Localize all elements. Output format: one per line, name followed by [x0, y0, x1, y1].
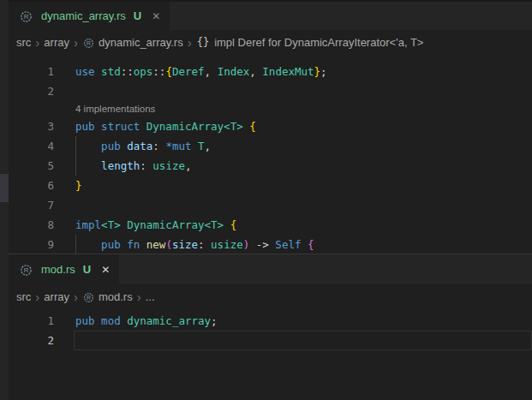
codelens-link[interactable]: 4 implementations	[9, 101, 532, 116]
editor-group-1: R dynamic_array.rs U ✕ src›array›Rdynami…	[9, 0, 532, 254]
code-line[interactable]: 1pub mod dynamic_array;	[9, 311, 532, 331]
chevron-right-icon: ›	[188, 36, 192, 49]
svg-text:R: R	[24, 13, 29, 21]
tab-bar-1: R dynamic_array.rs U ✕	[9, 0, 532, 30]
line-number[interactable]: 4	[9, 136, 54, 156]
code-line[interactable]: 1use std::ops::{Deref, Index, IndexMut};	[9, 62, 532, 81]
line-number[interactable]: 1	[9, 62, 54, 81]
breadcrumb-item[interactable]: dynamic_array.rs	[98, 36, 184, 49]
tab-mod-rs[interactable]: R mod.rs U ✕	[9, 254, 120, 284]
sidebar-scrollbar-thumb[interactable]	[0, 174, 9, 202]
breadcrumb-item[interactable]: mod.rs	[98, 290, 134, 303]
line-number[interactable]: 3	[9, 116, 54, 136]
chevron-right-icon: ›	[35, 290, 39, 303]
line-number[interactable]: 9	[9, 235, 54, 254]
symbol-namespace-icon: {}	[197, 36, 209, 48]
rust-file-icon: R	[83, 38, 94, 49]
svg-text:R: R	[24, 266, 29, 274]
git-status-badge: U	[134, 9, 141, 22]
rust-file-icon: R	[20, 10, 33, 23]
git-status-badge: U	[83, 263, 91, 276]
chevron-right-icon: ›	[74, 36, 78, 49]
code-text: }	[75, 176, 82, 195]
code-area[interactable]: 1pub mod dynamic_array;2	[9, 311, 532, 350]
code-line[interactable]: 5 length: usize,	[9, 156, 532, 176]
tab-label: dynamic_array.rs	[41, 9, 126, 22]
breadcrumb: src›array›Rmod.rs›...	[9, 284, 532, 308]
line-number[interactable]: 7	[9, 195, 54, 215]
line-number[interactable]: 1	[9, 311, 54, 331]
breadcrumb-item[interactable]: src	[15, 36, 32, 49]
chevron-right-icon: ›	[137, 290, 141, 303]
code-line[interactable]: 7	[9, 195, 532, 215]
line-number[interactable]: 6	[9, 176, 54, 195]
breadcrumb-item[interactable]: src	[15, 290, 32, 303]
code-text: use std::ops::{Deref, Index, IndexMut};	[75, 62, 327, 81]
code-line[interactable]: 2	[9, 331, 532, 350]
chevron-right-icon: ›	[74, 290, 78, 303]
code-line[interactable]: 4 pub data: *mut T,	[9, 136, 532, 156]
code-text: pub fn new(size: usize) -> Self {	[75, 235, 314, 254]
tab-label: mod.rs	[41, 263, 75, 276]
tab-bar-2: R mod.rs U ✕	[9, 254, 532, 284]
breadcrumb-item[interactable]: array	[43, 290, 70, 303]
code-line[interactable]: 2	[9, 81, 532, 101]
sidebar-edge	[0, 0, 9, 400]
breadcrumb-item[interactable]: ...	[145, 290, 156, 303]
breadcrumb-item[interactable]: array	[43, 36, 70, 49]
code-text: pub mod dynamic_array;	[75, 311, 218, 331]
rust-file-icon: R	[20, 264, 33, 277]
code-text: pub struct DynamicArray<T> {	[75, 116, 256, 136]
svg-text:R: R	[87, 39, 91, 45]
code-text: pub data: *mut T,	[75, 136, 211, 156]
editor-group-2: R mod.rs U ✕ src›array›Rmod.rs›... 1pub …	[9, 254, 532, 400]
breadcrumb: src›array›Rdynamic_array.rs›{}impl Deref…	[9, 30, 532, 54]
line-number[interactable]: 2	[9, 331, 54, 350]
code-line[interactable]: 3pub struct DynamicArray<T> {	[9, 116, 532, 136]
line-number[interactable]: 5	[9, 156, 54, 176]
close-icon[interactable]: ✕	[101, 264, 110, 276]
close-icon[interactable]: ✕	[152, 10, 160, 22]
rust-file-icon: R	[83, 292, 94, 303]
code-line[interactable]: 6}	[9, 176, 532, 195]
tab-dynamic-array-rs[interactable]: R dynamic_array.rs U ✕	[9, 2, 170, 30]
code-text: length: usize,	[75, 156, 192, 176]
code-text: impl<T> DynamicArray<T> {	[75, 215, 236, 235]
line-number[interactable]: 8	[9, 215, 54, 235]
breadcrumb-item[interactable]: impl Deref for DynamicArrayIterator<'a, …	[213, 36, 424, 49]
svg-text:R: R	[87, 294, 91, 300]
code-line[interactable]: 8impl<T> DynamicArray<T> {	[9, 215, 532, 235]
chevron-right-icon: ›	[35, 36, 39, 49]
code-area[interactable]: 1use std::ops::{Deref, Index, IndexMut};…	[9, 62, 532, 254]
line-number[interactable]: 2	[9, 81, 54, 101]
code-line[interactable]: 9 pub fn new(size: usize) -> Self {	[9, 235, 532, 254]
